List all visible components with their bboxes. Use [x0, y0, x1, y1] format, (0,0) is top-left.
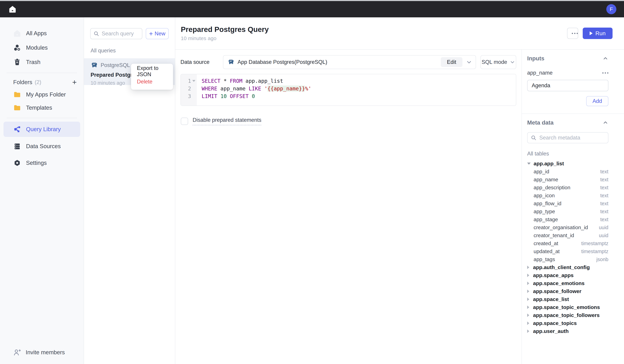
- editor-line-number: 2: [181, 85, 197, 92]
- sql-mode-label: SQL mode: [482, 59, 507, 65]
- column-type: jsonb: [597, 257, 608, 262]
- metadata-column-row: updated_attimestamptz: [527, 247, 608, 255]
- metadata-table-row[interactable]: app.auth_client_config: [527, 263, 608, 271]
- home-outline-icon: [13, 29, 21, 37]
- more-options-button[interactable]: [567, 28, 578, 39]
- table-name: app.space_list: [533, 296, 569, 302]
- home-icon: [8, 5, 17, 13]
- main-content: Data source App Database Postgres(Postgr…: [175, 50, 521, 364]
- sidebar-divider: [7, 73, 77, 73]
- column-type: text: [600, 209, 608, 214]
- query-context-menu: Export to JSON Delete: [131, 64, 173, 90]
- table-name: app.space_topic_followers: [533, 312, 599, 318]
- folder-label: Templates: [26, 104, 52, 111]
- metadata-table-row[interactable]: app.space_emotions: [527, 279, 608, 287]
- metadata-table-row[interactable]: app.user_auth: [527, 327, 608, 335]
- chevron-down-icon: [466, 59, 472, 65]
- column-name: app_flow_id: [534, 201, 561, 207]
- metadata-table-row[interactable]: app.app_list: [527, 160, 608, 168]
- editor-code: SELECT * FROM app.app_listWHERE app_name…: [197, 74, 516, 105]
- sql-editor[interactable]: 123 SELECT * FROM app.app_listWHERE app_…: [181, 74, 516, 106]
- metadata-section-title: Meta data: [527, 119, 553, 126]
- invite-members-button[interactable]: Invite members: [13, 348, 65, 356]
- table-name: app.space_emotions: [533, 280, 585, 286]
- postgresql-icon: [91, 62, 98, 69]
- run-label: Run: [595, 30, 606, 37]
- run-button[interactable]: Run: [583, 27, 613, 39]
- datasource-select[interactable]: App Database Postgres(PostgreSQL) Edit: [223, 55, 476, 69]
- metadata-table-row[interactable]: app.space_follower: [527, 287, 608, 295]
- sidebar-item-query-library[interactable]: Query Library: [3, 122, 80, 137]
- all-tables-label: All tables: [527, 151, 608, 157]
- query-library-icon: [13, 125, 21, 133]
- datasource-label: Data source: [181, 59, 223, 65]
- caret-down-icon: [527, 163, 531, 165]
- metadata-table-row[interactable]: app.space_topics: [527, 319, 608, 327]
- trash-icon: [13, 58, 21, 66]
- add-input-button[interactable]: Add: [586, 96, 608, 106]
- collapse-inputs-button[interactable]: [602, 55, 608, 61]
- delete-menu-item[interactable]: Delete: [131, 77, 173, 87]
- fold-spacer: [192, 88, 195, 90]
- metadata-table-row[interactable]: app.space_apps: [527, 271, 608, 279]
- sql-mode-select[interactable]: SQL mode: [480, 55, 516, 69]
- sidebar-item-data-sources[interactable]: Data Sources: [0, 138, 84, 155]
- table-name: app.space_topic_emotions: [533, 304, 600, 310]
- editor-gutter: 123: [181, 74, 197, 105]
- edit-datasource-button[interactable]: Edit: [441, 57, 463, 67]
- param-name-label: app_name: [527, 70, 553, 76]
- param-value-input[interactable]: [527, 80, 608, 91]
- sidebar-folder-my-apps[interactable]: My Apps Folder: [0, 88, 84, 101]
- fold-arrow-icon[interactable]: [192, 80, 195, 82]
- caret-right-icon: [527, 282, 529, 285]
- sidebar-item-label: Settings: [26, 160, 47, 166]
- avatar[interactable]: F: [606, 4, 616, 14]
- sidebar-folder-templates[interactable]: Templates: [0, 101, 84, 114]
- metadata-table-row[interactable]: app.space_topic_emotions: [527, 303, 608, 311]
- query-search-input[interactable]: [102, 30, 139, 37]
- metadata-column-row: app_typetext: [527, 208, 608, 215]
- code-line: LIMIT 10 OFFSET 0: [202, 92, 516, 100]
- metadata-table-row[interactable]: app.space_topic_followers: [527, 311, 608, 319]
- modules-icon: [13, 44, 21, 52]
- folder-label: My Apps Folder: [26, 91, 66, 98]
- right-panel: Inputs app_name Add Meta data All tables…: [521, 50, 624, 364]
- caret-right-icon: [527, 298, 529, 301]
- sidebar-item-modules[interactable]: Modules: [0, 40, 84, 55]
- column-type: timestamptz: [581, 249, 608, 254]
- column-type: text: [600, 177, 608, 182]
- column-name: app_icon: [534, 193, 555, 199]
- query-search-box[interactable]: [90, 28, 142, 39]
- table-name: app.user_auth: [533, 328, 569, 334]
- metadata-search-input[interactable]: [539, 135, 605, 141]
- sidebar-item-all-apps[interactable]: All Apps: [0, 26, 84, 40]
- sidebar-item-settings[interactable]: Settings: [0, 155, 84, 171]
- column-name: app_id: [534, 169, 549, 175]
- metadata-search-box[interactable]: [527, 132, 608, 143]
- sidebar-item-label: Data Sources: [26, 143, 61, 150]
- column-type: text: [600, 193, 608, 199]
- new-query-label: New: [155, 30, 165, 37]
- sidebar-item-trash[interactable]: Trash: [0, 55, 84, 69]
- disable-prepared-statements-checkbox[interactable]: [181, 118, 188, 125]
- column-type: text: [600, 217, 608, 222]
- add-folder-button[interactable]: +: [72, 78, 77, 86]
- param-menu-button[interactable]: [602, 72, 608, 74]
- metadata-column-row: app_nametext: [527, 176, 608, 183]
- export-to-json-menu-item[interactable]: Export to JSON: [131, 66, 173, 77]
- column-name: app_tags: [534, 257, 555, 262]
- metadata-table-row[interactable]: app.space_list: [527, 295, 608, 303]
- postgresql-icon: [228, 59, 234, 65]
- home-button[interactable]: [8, 4, 17, 14]
- code-line: SELECT * FROM app.app_list: [202, 77, 516, 85]
- column-type: text: [600, 201, 608, 207]
- caret-right-icon: [527, 306, 529, 309]
- metadata-column-row: app_descriptiontext: [527, 183, 608, 192]
- collapse-metadata-button[interactable]: [602, 120, 608, 126]
- metadata-column-row: app_tagsjsonb: [527, 255, 608, 263]
- person-plus-icon: [13, 348, 21, 356]
- sidebar-item-label: Modules: [26, 44, 48, 51]
- column-name: app_name: [534, 177, 558, 182]
- new-query-button[interactable]: + New: [146, 28, 169, 39]
- metadata-column-row: creator_organisation_iduuid: [527, 223, 608, 232]
